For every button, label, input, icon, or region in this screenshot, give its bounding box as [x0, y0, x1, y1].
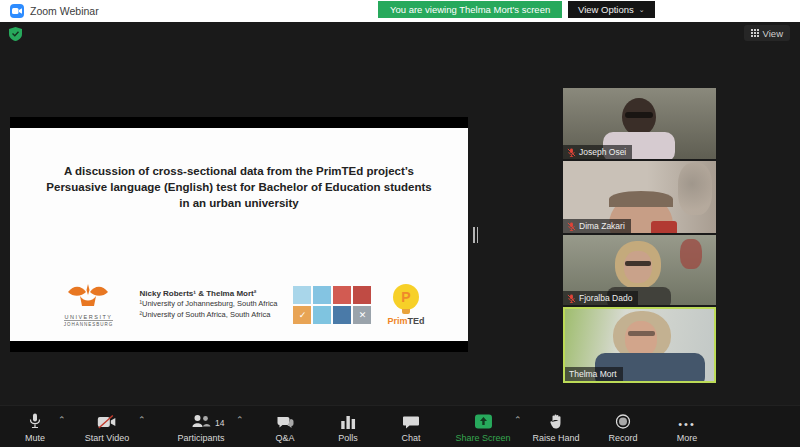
muted-mic-icon	[567, 148, 576, 157]
chat-button[interactable]: Chat	[401, 413, 420, 443]
participant-name-tag: Joseph Osei	[563, 145, 632, 159]
microphone-icon	[28, 413, 42, 429]
primted-mosaic-logo: ✓ ✕	[293, 286, 371, 324]
grid-view-icon	[751, 29, 759, 37]
qa-bubbles-icon	[276, 413, 294, 429]
security-shield-icon[interactable]	[9, 27, 22, 45]
muted-mic-icon	[567, 222, 576, 231]
view-options-button[interactable]: View Options ⌄	[568, 1, 655, 18]
slide-title: A discussion of cross-sectional data fro…	[44, 128, 434, 211]
participant-video-1[interactable]: Joseph Osei	[563, 88, 716, 159]
mute-options-chevron[interactable]: ⌃	[58, 415, 66, 425]
bar-chart-icon	[340, 413, 356, 429]
share-options-chevron[interactable]: ⌃	[514, 415, 522, 425]
record-icon	[615, 413, 630, 429]
primted-bulb-logo: P PrimTEd	[387, 284, 424, 326]
participant-video-3[interactable]: Fjoralba Dado	[563, 235, 716, 305]
share-screen-button[interactable]: Share Screen	[455, 413, 510, 443]
scroll-indicator[interactable]	[473, 227, 478, 243]
shared-slide: A discussion of cross-sectional data fro…	[10, 117, 468, 352]
participant-video-4-active-speaker[interactable]: Thelma Mort	[563, 307, 716, 383]
title-bar: Zoom Webinar You are viewing Thelma Mort…	[0, 0, 800, 23]
zoom-camera-icon	[10, 4, 24, 18]
viewing-screen-banner: You are viewing Thelma Mort's screen	[378, 1, 562, 18]
participants-options-chevron[interactable]: ⌃	[236, 415, 244, 425]
raise-hand-button[interactable]: Raise Hand	[532, 413, 579, 443]
raised-hand-icon	[550, 413, 563, 429]
slide-top-bar	[10, 117, 468, 128]
participant-video-2[interactable]: Dima Zakari	[563, 161, 716, 233]
more-button[interactable]: ••• More	[677, 413, 698, 443]
authors-names: Nicky Roberts¹ & Thelma Mort²	[139, 288, 277, 300]
shared-screen-stage: View A discussion of cross-sectional dat…	[0, 22, 800, 405]
participants-count-badge: 14	[215, 418, 224, 428]
polls-button[interactable]: Polls	[338, 413, 358, 443]
mute-button[interactable]: Mute	[25, 413, 45, 443]
affiliation-1: ¹University of Johannesburg, South Afric…	[139, 299, 277, 310]
participants-icon	[191, 413, 211, 429]
participant-name-tag: Fjoralba Dado	[563, 291, 638, 305]
share-screen-icon	[474, 413, 492, 429]
affiliation-2: ²University of South Africa, South Afric…	[139, 310, 277, 321]
slide-footer: UNIVERSITY JOHANNESBURG Nicky Roberts¹ &…	[10, 282, 468, 327]
video-options-chevron[interactable]: ⌃	[138, 415, 146, 425]
chevron-down-icon: ⌄	[639, 6, 645, 14]
meeting-toolbar: Mute ⌃ Start Video ⌃ Participants 14 ⌃ Q…	[0, 405, 800, 447]
lightbulb-icon: P	[393, 284, 419, 310]
window-title: Zoom Webinar	[30, 5, 99, 17]
check-tile: ✓	[293, 306, 311, 324]
start-video-button[interactable]: Start Video	[85, 413, 129, 443]
participant-name-tag: Thelma Mort	[565, 367, 623, 381]
zoom-webinar-window: Zoom Webinar You are viewing Thelma Mort…	[0, 0, 800, 447]
muted-mic-icon	[567, 294, 576, 303]
qa-button[interactable]: Q&A	[275, 413, 294, 443]
authors-block: Nicky Roberts¹ & Thelma Mort² ¹Universit…	[139, 288, 277, 321]
uj-emblem-icon	[66, 282, 110, 312]
slide-bottom-bar	[10, 341, 468, 352]
chat-bubble-icon	[402, 413, 419, 429]
more-dots-icon: •••	[678, 419, 696, 429]
cross-tile: ✕	[353, 306, 371, 324]
participant-name-tag: Dima Zakari	[563, 219, 631, 233]
video-camera-off-icon	[97, 413, 117, 429]
slide-body: A discussion of cross-sectional data fro…	[10, 128, 468, 341]
gallery-view-button[interactable]: View	[744, 25, 790, 41]
record-button[interactable]: Record	[608, 413, 637, 443]
university-of-johannesburg-logo: UNIVERSITY JOHANNESBURG	[53, 282, 123, 327]
